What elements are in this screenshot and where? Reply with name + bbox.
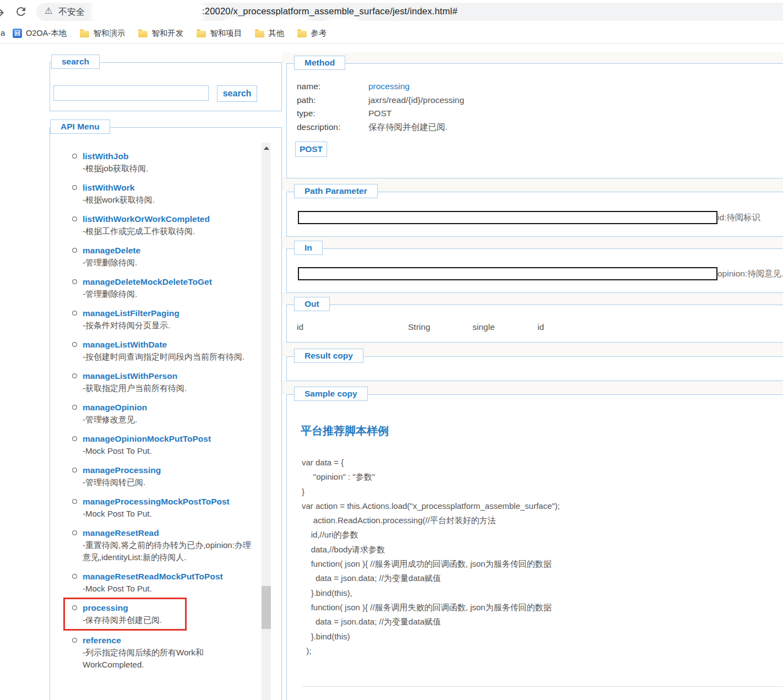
result-copy-panel: Result copy [286,356,783,381]
bullet-icon [72,373,77,378]
out-panel: Out id String single id [286,305,783,343]
api-method-link[interactable]: manageListWithPerson [83,370,187,382]
api-method-link[interactable]: manageListWithDate [83,338,244,351]
search-button[interactable]: search [217,85,257,102]
code-line: var data = { [302,455,560,470]
api-method-link[interactable]: processing [83,601,162,614]
address-bar[interactable]: ⚠ 不安全 :20020/x_processplatform_assemble_… [36,3,783,21]
code-line: }.bind(this), [302,586,560,600]
path-parameter-panel: Path Parameter id:待阅标识 [286,192,783,237]
bullet-icon [72,468,77,473]
api-method-link[interactable]: manageProcessing [83,464,161,476]
out-field-cardinality: single [472,322,495,332]
api-menu-item: manageDeleteMockDeleteToGet -管理删除待阅. [72,275,256,300]
search-input[interactable] [53,85,209,101]
sample-copy-legend: Sample copy [294,387,368,401]
api-menu-item: listWithWorkOrWorkCompleted -根据工作或完成工作获取… [72,213,256,237]
folder-icon [255,31,264,37]
bookmark-folder[interactable]: 其他 [255,28,284,39]
api-method-link[interactable]: manageResetReadMockPutToPost [83,570,223,583]
reload-icon[interactable] [14,5,28,18]
bullet-icon [72,530,77,535]
api-method-link[interactable]: listWithWork [83,181,155,194]
api-method-description: -根据job获取待阅. [83,162,148,175]
api-menu-item: manageListWithDate -按创建时间查询指定时间段内当前所有待阅. [72,338,256,363]
sample-script-title: 平台推荐脚本样例 [301,424,389,438]
api-method-link[interactable]: manageDeleteMockDeleteToGet [83,275,212,288]
bullet-icon [72,248,77,253]
method-type-value: POST [368,108,392,118]
api-menu-item: processing -保存待阅并创建已阅. [63,598,187,631]
bullet-icon [72,574,77,579]
api-method-description: -保存待阅并创建已阅. [83,614,162,626]
in-legend: In [294,241,323,255]
path-parameter-id-input[interactable] [298,211,717,224]
method-path-value: jaxrs/read/{id}/processing [368,95,464,105]
out-field-description: id [537,322,544,332]
bookmark-folder[interactable]: 智和开发 [138,28,183,39]
code-line: id,//uri的参数 [302,528,560,542]
api-method-link[interactable]: manageDelete [83,244,140,257]
post-button[interactable]: POST [295,142,327,157]
menu-scrollbar[interactable] [262,143,271,700]
scrollbar-thumb[interactable] [262,586,271,629]
api-menu-item: listWithWork -根据work获取待阅. [72,181,256,206]
api-menu-item: manageProcessingMockPostToPost -Mock Pos… [72,495,256,520]
bullet-icon [72,499,77,504]
api-menu-item: listWithJob -根据job获取待阅. [72,150,256,175]
scroll-up-arrow-icon[interactable] [264,146,269,150]
bullet-icon [72,436,77,441]
partial-bookmark-label[interactable]: a [1,29,5,37]
bookmark-folder[interactable]: 参考 [297,28,327,39]
code-line: action.ReadAction.processing(//平台封装好的方法 [302,513,560,528]
api-method-link[interactable]: manageOpinionMockPutToPost [83,432,211,445]
o2oa-logo-icon: 回 [13,29,22,38]
in-panel: In opinion:待阅意见. [286,248,783,293]
code-line: } [302,485,560,499]
api-method-link[interactable]: reference [83,634,256,647]
folder-icon [80,31,89,37]
api-menu-item: reference -列示指定待阅后续的所有Work和WorkCompleted… [72,634,256,671]
bookmark-o2oa-local[interactable]: 回 O2OA-本地 [13,28,67,39]
api-method-description: -重置待阅,将之前的待办转为已办,opinion:办理意见,identityLi… [83,539,256,563]
code-line: ); [302,644,560,658]
bookmark-folder-list: 智和演示 智和开发 智和项目 其他 [80,28,327,39]
api-method-link[interactable]: manageListFilterPaging [83,307,180,319]
sample-copy-panel: Sample copy 平台推荐脚本样例 var data = { "opini… [286,394,783,700]
code-line: data = json.data; //为变量data赋值 [302,615,560,629]
method-name-value[interactable]: processing [368,82,410,91]
api-menu-item: manageProcessing -管理待阅转已阅. [72,464,256,489]
api-method-link[interactable]: manageOpinion [83,401,147,414]
bullet-icon [72,311,77,316]
api-method-description: -管理删除待阅. [83,257,140,269]
api-menu-item: manageOpinionMockPutToPost -Mock Post To… [72,432,256,457]
folder-icon [138,31,148,37]
bullet-icon [72,279,77,284]
out-field-name: id [297,322,303,332]
in-opinion-input[interactable] [298,267,717,280]
out-field-type: String [408,322,431,332]
method-rows: name:processing path:jaxrs/read/{id}/pro… [297,80,464,134]
code-line: data,//body请求参数 [302,542,560,557]
method-path-row: path:jaxrs/read/{id}/processing [297,94,464,107]
api-menu-item: manageResetReadMockPutToPost -Mock Post … [72,570,256,595]
api-menu-legend: API Menu [50,120,110,134]
api-method-link[interactable]: manageProcessingMockPostToPost [83,495,230,508]
forward-arrow-icon[interactable] [0,6,6,19]
browser-address-row: ⚠ 不安全 :20020/x_processplatform_assemble_… [0,0,783,23]
search-panel: search search [50,62,282,111]
api-method-link[interactable]: manageResetRead [83,527,256,539]
api-method-link[interactable]: listWithWorkOrWorkCompleted [83,213,210,225]
bookmark-folder[interactable]: 智和项目 [197,28,242,39]
api-method-description: -根据work获取待阅. [83,194,155,206]
api-menu-list: listWithJob -根据job获取待阅. listWithWork -根据… [72,150,256,677]
api-doc-page: { "browser": { "security_label": "不安全", … [0,0,783,700]
method-legend: Method [294,56,345,70]
bookmark-folder[interactable]: 智和演示 [80,28,125,39]
code-line: data = json.data; //为变量data赋值 [302,571,560,585]
api-method-description: -列示指定待阅后续的所有Work和WorkCompleted. [83,647,256,671]
api-method-description: -根据工作或完成工作获取待阅. [83,225,210,237]
api-method-link[interactable]: listWithJob [83,150,148,162]
code-line: function( json ){ //服务调用失败的回调函数, json为服务… [302,600,560,615]
api-menu-item: manageDelete -管理删除待阅. [72,244,256,269]
